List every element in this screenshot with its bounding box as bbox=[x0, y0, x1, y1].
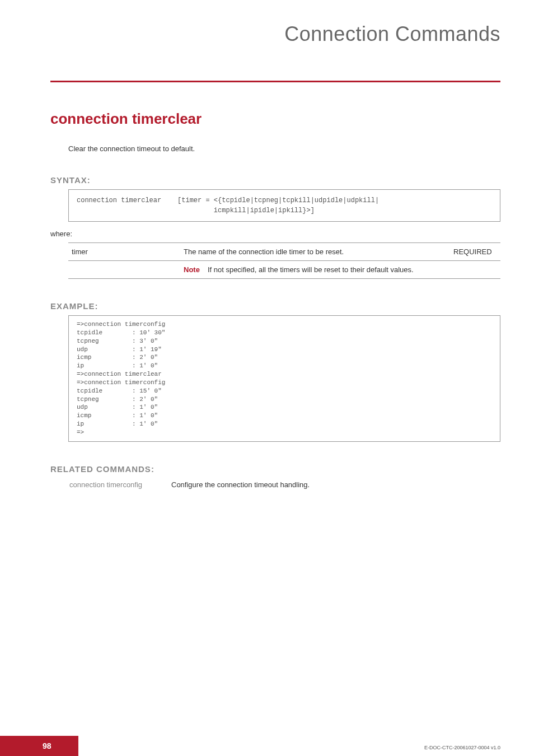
header-rule bbox=[50, 81, 500, 82]
footer: 98 E-DOC-CTC-20061027-0004 v1.0 bbox=[0, 736, 534, 756]
param-desc: The name of the connection idle timer to… bbox=[180, 243, 450, 261]
related-row: connection timerconfig Configure the con… bbox=[69, 479, 315, 490]
param-table: timer The name of the connection idle ti… bbox=[68, 242, 500, 279]
where-label: where: bbox=[50, 230, 500, 238]
related-description: Configure the connection timeout handlin… bbox=[171, 479, 315, 490]
example-box: =>connection timerconfig tcpidle : 10' 3… bbox=[68, 315, 500, 442]
note-text: If not specified, all the timers will be… bbox=[208, 265, 414, 274]
param-name: timer bbox=[68, 243, 180, 261]
related-label: RELATED COMMANDS: bbox=[50, 464, 500, 474]
doc-id: E-DOC-CTC-20061027-0004 v1.0 bbox=[424, 745, 500, 750]
related-command: connection timerconfig bbox=[69, 479, 170, 490]
syntax-label: SYNTAX: bbox=[50, 175, 500, 185]
note-label: Note bbox=[184, 265, 200, 274]
related-table: connection timerconfig Configure the con… bbox=[68, 478, 316, 491]
command-title: connection timerclear bbox=[50, 110, 500, 128]
param-note-row: Note If not specified, all the timers wi… bbox=[68, 261, 500, 279]
param-required: REQUIRED bbox=[450, 243, 500, 261]
example-label: EXAMPLE: bbox=[50, 301, 500, 311]
command-description: Clear the connection timeout to default. bbox=[68, 144, 500, 153]
section-header: Connection Commands bbox=[50, 22, 500, 53]
page-number: 98 bbox=[0, 736, 78, 756]
param-row: timer The name of the connection idle ti… bbox=[68, 243, 500, 261]
syntax-box: connection timerclear [timer = <{tcpidle… bbox=[68, 189, 500, 222]
